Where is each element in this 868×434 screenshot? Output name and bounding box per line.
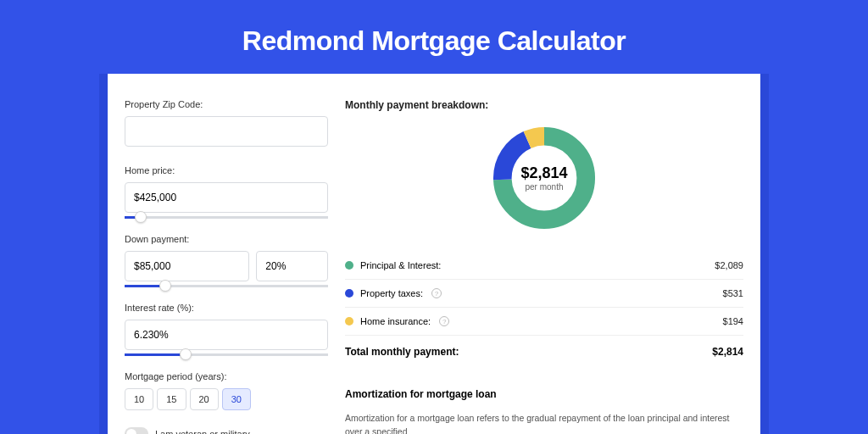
down-input[interactable]: [125, 251, 249, 281]
donut-center-amount: $2,814: [520, 164, 567, 182]
info-icon[interactable]: ?: [439, 316, 449, 326]
price-slider[interactable]: [125, 216, 328, 219]
legend-label: Property taxes:: [360, 288, 423, 298]
price-input[interactable]: [125, 182, 328, 213]
inputs-panel: Property Zip Code: Home price: Down paym…: [125, 99, 328, 434]
zip-input[interactable]: [125, 116, 328, 147]
legend-value: $2,089: [715, 260, 743, 270]
donut-center-sub: per month: [525, 182, 563, 192]
zip-label: Property Zip Code:: [125, 99, 328, 109]
calculator-card: Property Zip Code: Home price: Down paym…: [108, 74, 760, 434]
dot-icon: [345, 261, 353, 270]
period-15[interactable]: 15: [157, 388, 186, 410]
legend-label: Home insurance:: [360, 316, 431, 326]
amortization-text: Amortization for a mortgage loan refers …: [345, 412, 743, 434]
donut-chart: $2,814 per month: [345, 123, 743, 233]
period-group: 10 15 20 30: [125, 388, 328, 410]
rate-input[interactable]: [125, 320, 328, 350]
page-title: Redmond Mortgage Calculator: [0, 0, 868, 74]
dot-icon: [345, 289, 353, 298]
period-30[interactable]: 30: [222, 388, 251, 410]
rate-slider[interactable]: [125, 353, 328, 356]
amortization-title: Amortization for mortgage loan: [345, 388, 743, 400]
veteran-toggle[interactable]: [125, 427, 148, 434]
rate-label: Interest rate (%):: [125, 303, 328, 313]
veteran-label: I am veteran or military: [155, 429, 250, 434]
content-band: Property Zip Code: Home price: Down paym…: [99, 74, 769, 434]
total-value: $2,814: [712, 346, 743, 358]
breakdown-panel: Monthly payment breakdown: $2,814 per mo…: [345, 99, 743, 434]
legend-row-taxes: Property taxes: ? $531: [345, 279, 743, 307]
period-20[interactable]: 20: [190, 388, 219, 410]
breakdown-title: Monthly payment breakdown:: [345, 99, 743, 111]
legend-label: Principal & Interest:: [360, 260, 441, 270]
down-slider[interactable]: [125, 285, 328, 287]
amortization-section: Amortization for mortgage loan Amortizat…: [345, 388, 743, 434]
legend-row-insurance: Home insurance: ? $194: [345, 307, 743, 335]
veteran-row: I am veteran or military: [125, 427, 328, 434]
info-icon[interactable]: ?: [431, 288, 442, 298]
price-label: Home price:: [125, 165, 328, 175]
down-label: Down payment:: [125, 234, 328, 244]
period-10[interactable]: 10: [125, 388, 153, 410]
legend-value: $531: [723, 288, 743, 298]
total-label: Total monthly payment:: [345, 346, 459, 358]
dot-icon: [345, 317, 353, 326]
legend-value: $194: [723, 316, 743, 326]
total-row: Total monthly payment: $2,814: [345, 335, 743, 368]
down-pct-input[interactable]: [256, 251, 328, 281]
period-label: Mortgage period (years):: [125, 371, 328, 381]
legend-row-principal: Principal & Interest: $2,089: [345, 252, 743, 279]
